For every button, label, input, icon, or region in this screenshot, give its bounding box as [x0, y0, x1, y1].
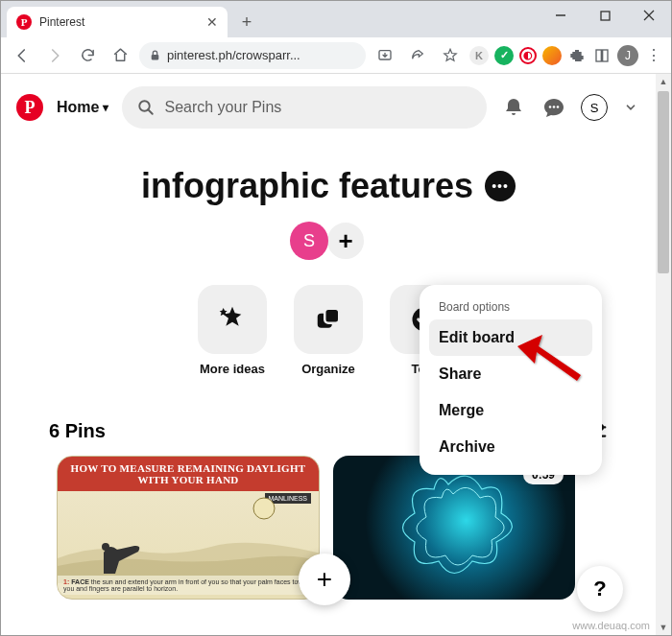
url-text: pinterest.ph/crowsparr... — [167, 48, 300, 62]
back-button[interactable] — [9, 42, 36, 69]
new-tab-button[interactable]: + — [233, 9, 260, 35]
menu-item-edit-board[interactable]: Edit board — [429, 319, 592, 356]
search-placeholder: Search your Pins — [164, 99, 281, 116]
extension-icon[interactable]: ◐ — [519, 47, 537, 64]
svg-point-12 — [557, 106, 560, 108]
reading-list-icon[interactable] — [592, 46, 612, 65]
pin-card[interactable]: 0:59 — [333, 456, 575, 600]
bookmark-icon[interactable] — [437, 42, 464, 69]
profile-button[interactable]: S — [581, 94, 608, 121]
extension-icon[interactable] — [542, 46, 562, 65]
browser-tab[interactable]: P Pinterest ✕ — [7, 7, 228, 37]
pin-title: HOW TO MEASURE REMAINING DAYLIGHT — [61, 462, 315, 474]
svg-point-20 — [253, 498, 275, 519]
minimize-button[interactable] — [539, 1, 583, 30]
menu-item-archive[interactable]: Archive — [429, 429, 592, 465]
more-ideas-label: More ideas — [200, 362, 265, 376]
svg-rect-14 — [324, 309, 339, 323]
extension-icon[interactable]: K — [469, 46, 489, 65]
pinterest-favicon: P — [16, 14, 32, 30]
page-content: P Home ▾ Search your Pins S infographic … — [1, 74, 656, 635]
menu-item-merge[interactable]: Merge — [429, 392, 592, 429]
watermark: www.deuaq.com — [572, 620, 650, 631]
home-dropdown[interactable]: Home ▾ — [57, 99, 108, 116]
extensions-menu-icon[interactable] — [567, 46, 587, 65]
add-pin-button[interactable]: + — [299, 554, 350, 605]
share-icon[interactable] — [404, 42, 431, 69]
profile-avatar[interactable]: J — [617, 45, 638, 66]
scrollbar-thumb[interactable] — [658, 91, 669, 273]
more-ideas-button[interactable] — [198, 285, 267, 354]
extension-icon[interactable]: ✓ — [494, 46, 514, 65]
search-icon — [137, 99, 155, 116]
tab-title: Pinterest — [39, 15, 199, 29]
site-header: P Home ▾ Search your Pins S — [1, 74, 656, 141]
home-label: Home — [57, 99, 99, 116]
pin-title: WITH YOUR HAND — [61, 474, 315, 485]
svg-point-11 — [553, 106, 556, 108]
messages-icon[interactable] — [540, 94, 567, 121]
browser-menu-icon[interactable]: ⋮ — [644, 46, 663, 64]
window-titlebar: P Pinterest ✕ + — [1, 1, 671, 37]
board-options-menu: Board options Edit board Share Merge Arc… — [420, 285, 602, 475]
browser-toolbar: pinterest.ph/crowsparr... K ✓ ◐ J ⋮ — [1, 37, 671, 74]
pins-count: 6 Pins — [49, 420, 106, 442]
lock-icon — [149, 49, 161, 61]
maximize-button[interactable] — [583, 1, 627, 30]
window-controls — [539, 1, 671, 30]
svg-point-21 — [102, 543, 109, 551]
svg-line-9 — [149, 109, 154, 114]
pin-card[interactable]: HOW TO MEASURE REMAINING DAYLIGHT WITH Y… — [57, 456, 320, 600]
install-app-icon[interactable] — [372, 42, 398, 69]
extensions-area: K ✓ ◐ — [469, 46, 612, 65]
account-menu-icon[interactable] — [621, 94, 640, 121]
forward-button[interactable] — [41, 42, 68, 69]
menu-item-share[interactable]: Share — [429, 356, 592, 392]
add-collaborator-button[interactable]: + — [324, 220, 367, 262]
organize-button[interactable] — [294, 285, 363, 354]
board-title: infographic features — [141, 166, 473, 206]
organize-label: Organize — [301, 362, 355, 376]
address-bar[interactable]: pinterest.ph/crowsparr... — [139, 42, 366, 69]
svg-rect-1 — [601, 12, 610, 20]
vertical-scrollbar[interactable]: ▲ ▼ — [656, 74, 671, 635]
svg-rect-4 — [152, 55, 159, 59]
help-button[interactable]: ? — [577, 566, 623, 612]
scroll-up-arrow[interactable]: ▲ — [656, 74, 671, 89]
reload-button[interactable] — [74, 42, 101, 69]
home-button[interactable] — [107, 42, 133, 69]
pin-caption: 1: FACE the sun and extend your arm in f… — [58, 576, 319, 595]
search-input[interactable]: Search your Pins — [122, 86, 487, 129]
svg-rect-6 — [596, 50, 601, 61]
close-tab-icon[interactable]: ✕ — [206, 14, 218, 30]
scroll-down-arrow[interactable]: ▼ — [656, 620, 671, 635]
chevron-down-icon: ▾ — [103, 101, 108, 114]
close-window-button[interactable] — [627, 1, 671, 30]
notifications-icon[interactable] — [500, 94, 527, 121]
menu-heading: Board options — [429, 294, 592, 319]
svg-point-10 — [549, 106, 552, 108]
collaborator-avatar[interactable]: S — [290, 222, 328, 260]
svg-rect-7 — [603, 50, 608, 61]
pinterest-logo[interactable]: P — [16, 94, 43, 121]
board-options-button[interactable]: ••• — [485, 171, 516, 201]
